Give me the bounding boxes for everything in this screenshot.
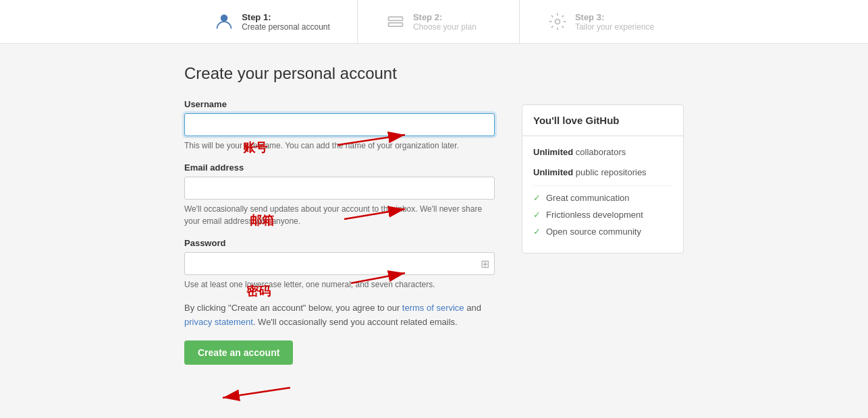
username-input[interactable] bbox=[184, 113, 495, 136]
step-1: Step 1: Create personal account bbox=[186, 0, 358, 43]
password-label: Password bbox=[184, 238, 495, 248]
password-wrapper: ⊞ bbox=[184, 252, 495, 275]
unlimited-2-bold: Unlimited bbox=[533, 167, 573, 177]
check-label-2: Frictionless development bbox=[546, 210, 643, 220]
check-icon-1: ✓ bbox=[533, 193, 541, 203]
page-title: Create your personal account bbox=[184, 64, 495, 83]
check-icon-3: ✓ bbox=[533, 227, 541, 237]
svg-point-5 bbox=[555, 20, 560, 24]
password-toggle-icon[interactable]: ⊞ bbox=[481, 258, 489, 270]
unlimited-1-bold: Unlimited bbox=[533, 147, 573, 157]
step-1-icon bbox=[213, 11, 235, 32]
step-3-number: Step 3: bbox=[575, 12, 654, 22]
check-item-3: ✓ Open source community bbox=[533, 227, 672, 237]
step-3: Step 3: Tailor your experience bbox=[520, 0, 682, 43]
username-hint: This will be your username. You can add … bbox=[184, 140, 495, 152]
check-item-1: ✓ Great communication bbox=[533, 193, 672, 203]
username-group: Username This will be your username. You… bbox=[184, 99, 495, 152]
step-1-desc: Create personal account bbox=[242, 22, 330, 32]
main-content: Create your personal account Username Th… bbox=[0, 44, 868, 385]
unlimited-2-rest: public repositories bbox=[573, 167, 646, 177]
sidebar-divider bbox=[533, 185, 672, 186]
create-account-button[interactable]: Create an account bbox=[184, 340, 293, 365]
step-2-icon bbox=[385, 11, 406, 32]
step-3-desc: Tailor your experience bbox=[575, 22, 654, 32]
check-icon-2: ✓ bbox=[533, 210, 541, 220]
step-2-desc: Choose your plan bbox=[413, 22, 477, 32]
page-wrapper: Step 1: Create personal account Step 2: … bbox=[0, 0, 868, 418]
step-2: Step 2: Choose your plan bbox=[358, 0, 520, 43]
steps-bar: Step 1: Create personal account Step 2: … bbox=[0, 0, 868, 44]
step-1-number: Step 1: bbox=[242, 12, 330, 22]
password-hint: Use at least one lowercase letter, one n… bbox=[184, 278, 495, 291]
check-label-1: Great communication bbox=[546, 193, 630, 203]
sidebar-card-header: You'll love GitHub bbox=[522, 105, 683, 136]
username-label: Username bbox=[184, 99, 495, 109]
check-label-3: Open source community bbox=[546, 227, 641, 237]
sidebar-card-body: Unlimited collaborators Unlimited public… bbox=[522, 136, 683, 253]
unlimited-1-rest: collaborators bbox=[573, 147, 626, 157]
email-hint: We'll occasionally send updates about yo… bbox=[184, 203, 495, 227]
step-3-icon bbox=[547, 11, 568, 32]
step-2-number: Step 2: bbox=[413, 12, 477, 22]
svg-point-0 bbox=[221, 15, 228, 22]
terms-of-service-link[interactable]: terms of service bbox=[402, 303, 464, 313]
svg-rect-2 bbox=[388, 23, 402, 26]
email-input[interactable] bbox=[184, 177, 495, 200]
check-item-2: ✓ Frictionless development bbox=[533, 210, 672, 220]
email-group: Email address We'll occasionally send up… bbox=[184, 162, 495, 227]
step-3-text: Step 3: Tailor your experience bbox=[575, 12, 654, 32]
terms-text: By clicking "Create an account" below, y… bbox=[184, 301, 495, 330]
form-section: Create your personal account Username Th… bbox=[184, 64, 495, 365]
email-label: Email address bbox=[184, 162, 495, 173]
unlimited-repositories: Unlimited public repositories bbox=[533, 166, 672, 179]
step-1-text: Step 1: Create personal account bbox=[242, 12, 330, 32]
svg-rect-1 bbox=[388, 17, 402, 20]
sidebar-card: You'll love GitHub Unlimited collaborato… bbox=[522, 104, 684, 253]
privacy-statement-link[interactable]: privacy statement bbox=[184, 317, 253, 327]
unlimited-collaborators: Unlimited collaborators bbox=[533, 146, 672, 159]
password-input[interactable] bbox=[184, 252, 495, 275]
step-2-text: Step 2: Choose your plan bbox=[413, 12, 477, 32]
password-group: Password ⊞ Use at least one lowercase le… bbox=[184, 238, 495, 291]
